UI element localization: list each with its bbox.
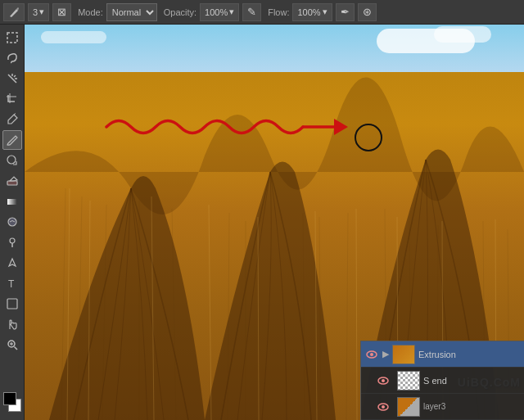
layer-thumb-3	[397, 397, 420, 417]
layer-visibility-s-end[interactable]	[376, 373, 391, 388]
mode-label: Mode:	[78, 7, 103, 17]
svg-text:T: T	[8, 278, 15, 290]
flow-value: 100%	[297, 7, 320, 17]
foreground-color-box[interactable]	[3, 392, 16, 405]
tool-dodge[interactable]	[2, 233, 22, 252]
svg-rect-6	[7, 181, 17, 185]
svg-point-5	[7, 156, 16, 164]
tool-eyedropper[interactable]	[2, 110, 22, 129]
tool-eraser[interactable]	[2, 171, 22, 191]
tool-magic-wand[interactable]	[2, 69, 22, 88]
tool-text[interactable]: T	[2, 273, 22, 293]
svg-line-2	[14, 75, 16, 77]
canvas-area[interactable]: UiBQ.CoM ▶ Extrusion S end	[25, 25, 524, 420]
svg-rect-0	[7, 33, 17, 43]
svg-rect-7	[7, 199, 17, 205]
svg-rect-12	[7, 299, 17, 309]
flow-label: Flow:	[268, 7, 289, 17]
layer-thumb-s-end	[397, 371, 420, 391]
layer-extrusion[interactable]: ▶ Extrusion	[361, 341, 524, 368]
toolbox: T	[0, 25, 25, 420]
tool-hand[interactable]	[2, 314, 22, 334]
tool-shape[interactable]	[2, 294, 22, 314]
svg-point-46	[370, 353, 373, 356]
flow-btn[interactable]: 100% ▾	[292, 3, 332, 21]
layer-s-end[interactable]: S end	[361, 368, 524, 394]
mode-select[interactable]: Normal	[106, 3, 157, 21]
color-selector[interactable]	[2, 391, 23, 413]
tool-zoom[interactable]	[2, 335, 22, 355]
tool-rectangle-select[interactable]	[2, 28, 22, 47]
layer-thumb-extrusion	[392, 345, 415, 364]
layer-name-s-end: S end	[423, 376, 521, 386]
tool-clone-stamp[interactable]	[2, 151, 22, 170]
layer-3[interactable]: layer3	[361, 394, 524, 420]
tool-brush[interactable]	[2, 130, 22, 150]
main-content: T	[0, 25, 524, 420]
layer-name-3: layer3	[423, 402, 521, 411]
tool-gradient[interactable]	[2, 192, 22, 211]
tool-blur[interactable]	[2, 212, 22, 232]
svg-point-50	[382, 405, 385, 409]
top-toolbar: 3 ▾ ⊠ Mode: Normal Opacity: 100% ▾ ✎ Flo…	[0, 0, 524, 25]
opacity-value: 100%	[205, 7, 228, 17]
pen-pressure-btn[interactable]: ✎	[242, 3, 261, 21]
brush-size-btn[interactable]: 3 ▾	[28, 3, 49, 21]
flow-arrow: ▾	[323, 7, 328, 17]
layer-folder-arrow: ▶	[382, 349, 389, 359]
cloud-3	[41, 31, 106, 43]
smoothing-btn[interactable]: ⊛	[358, 3, 377, 21]
opacity-label: Opacity:	[164, 7, 196, 17]
tool-crop[interactable]	[2, 89, 22, 109]
brush-tool-btn[interactable]	[3, 3, 25, 21]
tool-pen[interactable]	[2, 253, 22, 273]
layer-visibility-extrusion[interactable]	[364, 347, 379, 362]
svg-line-4	[14, 114, 16, 115]
cloud-2	[434, 26, 491, 43]
svg-point-48	[382, 379, 385, 382]
airbrush-btn[interactable]: ✒	[336, 3, 355, 21]
opacity-btn[interactable]: 100% ▾	[200, 3, 239, 21]
pressure-btn[interactable]: ⊠	[52, 3, 71, 21]
dropdown-arrow: ▾	[39, 7, 44, 17]
svg-line-14	[14, 347, 17, 350]
svg-point-9	[10, 238, 15, 243]
layer-name-extrusion: Extrusion	[418, 350, 521, 359]
layers-panel: ▶ Extrusion S end layer3	[360, 341, 524, 420]
svg-point-8	[8, 218, 16, 226]
layer-visibility-3[interactable]	[376, 400, 391, 414]
opacity-arrow: ▾	[229, 7, 234, 17]
brush-size-value: 3	[33, 7, 38, 17]
tool-lasso[interactable]	[2, 48, 22, 68]
